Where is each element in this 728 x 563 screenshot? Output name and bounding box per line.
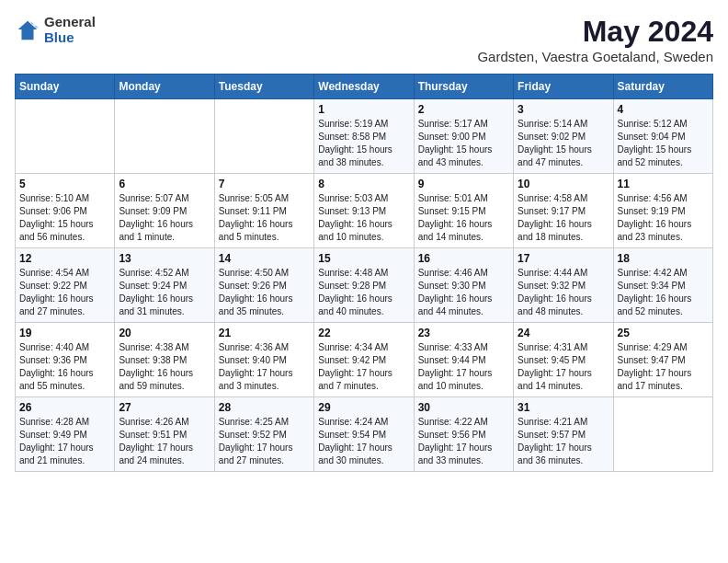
calendar-cell: 27Sunrise: 4:26 AM Sunset: 9:51 PM Dayli…: [115, 397, 214, 472]
calendar-header: Sunday Monday Tuesday Wednesday Thursday…: [16, 75, 713, 99]
logo: General Blue: [15, 15, 96, 45]
calendar-cell: 4Sunrise: 5:12 AM Sunset: 9:04 PM Daylig…: [613, 99, 712, 174]
page-header: General Blue May 2024 Gardsten, Vaestra …: [15, 15, 713, 64]
day-number: 26: [19, 401, 110, 414]
logo-text: General Blue: [44, 15, 96, 45]
day-info: Sunrise: 4:22 AM Sunset: 9:56 PM Dayligh…: [418, 416, 509, 467]
calendar-cell: [115, 99, 214, 174]
day-number: 15: [318, 252, 409, 265]
calendar-cell: 12Sunrise: 4:54 AM Sunset: 9:22 PM Dayli…: [16, 248, 115, 323]
day-number: 23: [418, 327, 509, 339]
day-number: 22: [318, 327, 409, 339]
calendar-cell: [214, 99, 313, 174]
day-info: Sunrise: 4:24 AM Sunset: 9:54 PM Dayligh…: [318, 416, 409, 467]
calendar-cell: [613, 397, 712, 472]
day-info: Sunrise: 4:26 AM Sunset: 9:51 PM Dayligh…: [119, 416, 210, 467]
day-info: Sunrise: 5:10 AM Sunset: 9:06 PM Dayligh…: [19, 192, 110, 244]
calendar-cell: 9Sunrise: 5:01 AM Sunset: 9:15 PM Daylig…: [414, 174, 513, 248]
calendar-cell: 18Sunrise: 4:42 AM Sunset: 9:34 PM Dayli…: [613, 248, 712, 323]
calendar-cell: 28Sunrise: 4:25 AM Sunset: 9:52 PM Dayli…: [214, 397, 313, 472]
header-tuesday: Tuesday: [214, 75, 313, 99]
day-info: Sunrise: 4:48 AM Sunset: 9:28 PM Dayligh…: [318, 267, 409, 318]
day-info: Sunrise: 4:52 AM Sunset: 9:24 PM Dayligh…: [119, 267, 210, 318]
day-number: 17: [518, 252, 609, 265]
day-info: Sunrise: 5:14 AM Sunset: 9:02 PM Dayligh…: [518, 118, 609, 169]
calendar-week-4: 19Sunrise: 4:40 AM Sunset: 9:36 PM Dayli…: [16, 323, 713, 397]
day-info: Sunrise: 5:05 AM Sunset: 9:11 PM Dayligh…: [219, 192, 310, 244]
header-monday: Monday: [115, 75, 214, 99]
day-number: 18: [618, 252, 709, 265]
calendar-cell: 6Sunrise: 5:07 AM Sunset: 9:09 PM Daylig…: [115, 174, 214, 248]
calendar-cell: 1Sunrise: 5:19 AM Sunset: 8:58 PM Daylig…: [314, 99, 414, 174]
calendar-cell: 22Sunrise: 4:34 AM Sunset: 9:42 PM Dayli…: [314, 323, 414, 397]
day-number: 25: [618, 327, 709, 339]
calendar-cell: 17Sunrise: 4:44 AM Sunset: 9:32 PM Dayli…: [514, 248, 613, 323]
day-number: 2: [418, 103, 509, 116]
day-number: 12: [19, 252, 110, 265]
day-info: Sunrise: 4:33 AM Sunset: 9:44 PM Dayligh…: [418, 341, 509, 393]
calendar-table: Sunday Monday Tuesday Wednesday Thursday…: [15, 74, 713, 472]
calendar-cell: 15Sunrise: 4:48 AM Sunset: 9:28 PM Dayli…: [314, 248, 414, 323]
calendar-cell: 2Sunrise: 5:17 AM Sunset: 9:00 PM Daylig…: [414, 99, 513, 174]
header-row: Sunday Monday Tuesday Wednesday Thursday…: [16, 75, 713, 99]
day-info: Sunrise: 4:21 AM Sunset: 9:57 PM Dayligh…: [518, 416, 609, 467]
day-number: 31: [518, 401, 609, 414]
day-info: Sunrise: 4:34 AM Sunset: 9:42 PM Dayligh…: [318, 341, 409, 393]
day-number: 3: [518, 103, 609, 116]
day-number: 10: [518, 178, 609, 190]
header-thursday: Thursday: [414, 75, 513, 99]
day-number: 9: [418, 178, 509, 190]
day-info: Sunrise: 5:12 AM Sunset: 9:04 PM Dayligh…: [618, 118, 709, 169]
day-info: Sunrise: 4:28 AM Sunset: 9:49 PM Dayligh…: [19, 416, 110, 467]
day-number: 29: [318, 401, 409, 414]
day-number: 21: [219, 327, 310, 339]
day-info: Sunrise: 4:31 AM Sunset: 9:45 PM Dayligh…: [518, 341, 609, 393]
day-info: Sunrise: 4:56 AM Sunset: 9:19 PM Dayligh…: [618, 192, 709, 244]
calendar-week-5: 26Sunrise: 4:28 AM Sunset: 9:49 PM Dayli…: [16, 397, 713, 472]
calendar-week-3: 12Sunrise: 4:54 AM Sunset: 9:22 PM Dayli…: [16, 248, 713, 323]
calendar-cell: 7Sunrise: 5:05 AM Sunset: 9:11 PM Daylig…: [214, 174, 313, 248]
day-number: 6: [119, 178, 210, 190]
calendar-cell: 5Sunrise: 5:10 AM Sunset: 9:06 PM Daylig…: [16, 174, 115, 248]
calendar-cell: 21Sunrise: 4:36 AM Sunset: 9:40 PM Dayli…: [214, 323, 313, 397]
day-number: 1: [318, 103, 409, 116]
calendar-cell: 26Sunrise: 4:28 AM Sunset: 9:49 PM Dayli…: [16, 397, 115, 472]
day-info: Sunrise: 4:44 AM Sunset: 9:32 PM Dayligh…: [518, 267, 609, 318]
day-info: Sunrise: 5:17 AM Sunset: 9:00 PM Dayligh…: [418, 118, 509, 169]
calendar-cell: 31Sunrise: 4:21 AM Sunset: 9:57 PM Dayli…: [514, 397, 613, 472]
calendar-cell: 11Sunrise: 4:56 AM Sunset: 9:19 PM Dayli…: [613, 174, 712, 248]
calendar-week-1: 1Sunrise: 5:19 AM Sunset: 8:58 PM Daylig…: [16, 99, 713, 174]
day-number: 13: [119, 252, 210, 265]
calendar-cell: 16Sunrise: 4:46 AM Sunset: 9:30 PM Dayli…: [414, 248, 513, 323]
day-info: Sunrise: 4:46 AM Sunset: 9:30 PM Dayligh…: [418, 267, 509, 318]
day-number: 8: [318, 178, 409, 190]
day-number: 16: [418, 252, 509, 265]
day-info: Sunrise: 5:19 AM Sunset: 8:58 PM Dayligh…: [318, 118, 409, 169]
day-info: Sunrise: 4:40 AM Sunset: 9:36 PM Dayligh…: [19, 341, 110, 393]
day-number: 14: [219, 252, 310, 265]
logo-icon: [15, 17, 40, 43]
day-info: Sunrise: 4:58 AM Sunset: 9:17 PM Dayligh…: [518, 192, 609, 244]
logo-blue: Blue: [44, 30, 96, 46]
calendar-cell: 23Sunrise: 4:33 AM Sunset: 9:44 PM Dayli…: [414, 323, 513, 397]
calendar-cell: 8Sunrise: 5:03 AM Sunset: 9:13 PM Daylig…: [314, 174, 414, 248]
day-number: 24: [518, 327, 609, 339]
day-info: Sunrise: 4:25 AM Sunset: 9:52 PM Dayligh…: [219, 416, 310, 467]
day-number: 5: [19, 178, 110, 190]
calendar-cell: 3Sunrise: 5:14 AM Sunset: 9:02 PM Daylig…: [514, 99, 613, 174]
calendar-cell: 14Sunrise: 4:50 AM Sunset: 9:26 PM Dayli…: [214, 248, 313, 323]
day-number: 30: [418, 401, 509, 414]
day-number: 28: [219, 401, 310, 414]
day-info: Sunrise: 5:03 AM Sunset: 9:13 PM Dayligh…: [318, 192, 409, 244]
header-saturday: Saturday: [613, 75, 712, 99]
calendar-cell: [16, 99, 115, 174]
svg-marker-0: [18, 20, 38, 40]
day-info: Sunrise: 4:50 AM Sunset: 9:26 PM Dayligh…: [219, 267, 310, 318]
calendar-cell: 20Sunrise: 4:38 AM Sunset: 9:38 PM Dayli…: [115, 323, 214, 397]
day-info: Sunrise: 4:36 AM Sunset: 9:40 PM Dayligh…: [219, 341, 310, 393]
calendar-week-2: 5Sunrise: 5:10 AM Sunset: 9:06 PM Daylig…: [16, 174, 713, 248]
calendar-cell: 29Sunrise: 4:24 AM Sunset: 9:54 PM Dayli…: [314, 397, 414, 472]
day-number: 19: [19, 327, 110, 339]
day-number: 27: [119, 401, 210, 414]
calendar-cell: 25Sunrise: 4:29 AM Sunset: 9:47 PM Dayli…: [613, 323, 712, 397]
